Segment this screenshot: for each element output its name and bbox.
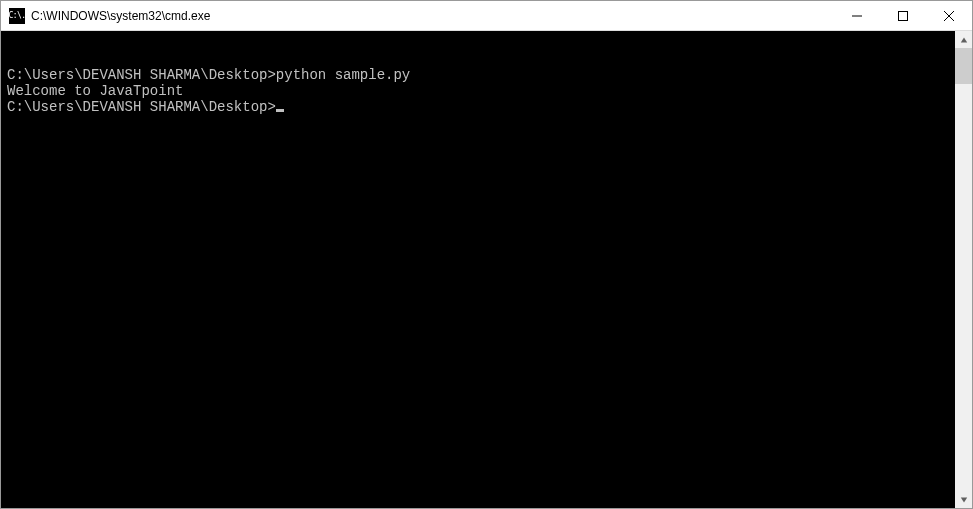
close-button[interactable]	[926, 1, 972, 31]
scrollbar-thumb[interactable]	[955, 48, 972, 84]
svg-marker-5	[960, 497, 966, 502]
prompt: C:\Users\DEVANSH SHARMA\Desktop>	[7, 99, 276, 115]
scroll-up-button[interactable]	[955, 31, 972, 48]
cursor	[276, 109, 284, 112]
vertical-scrollbar[interactable]	[955, 31, 972, 508]
output-line: Welcome to JavaTpoint	[7, 83, 949, 99]
terminal[interactable]: C:\Users\DEVANSH SHARMA\Desktop>python s…	[1, 31, 955, 508]
scrollbar-track[interactable]	[955, 48, 972, 491]
cmd-window: C:\. C:\WINDOWS\system32\cmd.exe C:\User…	[0, 0, 973, 509]
scroll-down-button[interactable]	[955, 491, 972, 508]
window-title: C:\WINDOWS\system32\cmd.exe	[31, 9, 210, 23]
prompt: C:\Users\DEVANSH SHARMA\Desktop>	[7, 67, 276, 83]
svg-rect-1	[899, 11, 908, 20]
minimize-button[interactable]	[834, 1, 880, 31]
titlebar[interactable]: C:\. C:\WINDOWS\system32\cmd.exe	[1, 1, 972, 31]
command-text: python sample.py	[276, 67, 410, 83]
svg-marker-4	[960, 37, 966, 42]
maximize-button[interactable]	[880, 1, 926, 31]
content-area: C:\Users\DEVANSH SHARMA\Desktop>python s…	[1, 31, 972, 508]
cmd-icon: C:\.	[9, 8, 25, 24]
